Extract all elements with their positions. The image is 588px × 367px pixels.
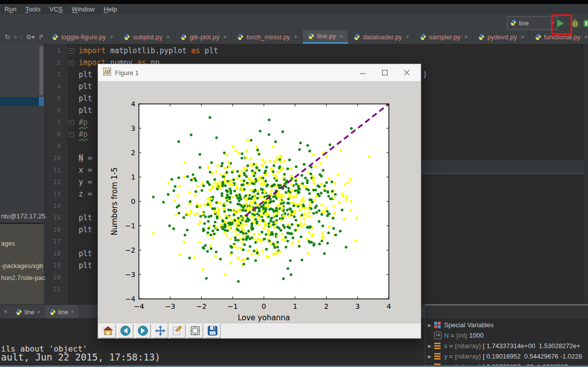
code-text: plt <box>76 212 92 224</box>
line-number: 17 <box>44 236 67 248</box>
line-number: 10 <box>44 152 67 164</box>
run-toolbar <box>0 14 588 30</box>
run-config-combo[interactable]: line ▼ <box>507 16 558 30</box>
code-text: import matplotlib.pyplot as plt <box>76 45 218 57</box>
close-icon[interactable]: × <box>166 34 169 40</box>
maximize-button[interactable] <box>374 64 396 81</box>
console-tab-line[interactable]: line× <box>45 305 79 319</box>
close-icon[interactable]: × <box>464 34 467 40</box>
figure-window[interactable]: Figure 1 −4−3−2−101234−4−3−2−101234Love … <box>98 64 421 339</box>
editor-tab-toggle-figure.py[interactable]: toggle-figure.py× <box>47 30 118 44</box>
variable-row[interactable]: ▶Special Variables <box>425 320 588 330</box>
expand-arrow-icon[interactable]: ▶ <box>425 354 434 359</box>
code-text: plt <box>76 224 92 236</box>
fold-gutter <box>67 236 76 248</box>
line-number: 21 <box>44 283 67 295</box>
fold-marker-icon[interactable]: – <box>67 57 76 69</box>
figure-window-title: Figure 1 <box>115 69 139 77</box>
code-text: plt <box>76 104 92 116</box>
close-icon[interactable]: × <box>37 309 40 315</box>
variable-row-y[interactable]: ▶y = {ndarray} [ 0.19016952 0.54429676 -… <box>425 351 588 362</box>
scroll-to-source-icon[interactable]: ↱ <box>38 33 44 41</box>
forward-button[interactable] <box>135 324 151 338</box>
python-icon <box>15 309 22 315</box>
minimize-button[interactable] <box>352 64 374 81</box>
svg-text:3: 3 <box>131 124 135 132</box>
svg-text:3: 3 <box>355 302 360 310</box>
python-icon <box>510 19 516 26</box>
close-button[interactable] <box>396 64 418 81</box>
edit-axis-button[interactable] <box>170 324 186 338</box>
editor-tab-pydevd.py[interactable]: pydevd.py× <box>473 30 530 44</box>
console-tab-line[interactable]: line× <box>11 305 45 319</box>
python-icon <box>180 34 187 40</box>
line-number: 5 <box>44 92 67 104</box>
refresh-icon[interactable]: ↻ <box>4 33 10 41</box>
editor-tab-line.py[interactable]: line.py× <box>303 30 349 44</box>
coverage-button-partial[interactable] <box>583 18 588 28</box>
svg-text:0: 0 <box>131 197 135 205</box>
code-text: plt <box>76 260 92 272</box>
console-path-fragment: hon2.7/site-pac <box>1 274 45 281</box>
menu-run[interactable]: Run <box>0 5 21 13</box>
close-icon[interactable]: × <box>521 34 524 40</box>
configure-subplots-button[interactable] <box>187 324 203 338</box>
close-icon[interactable]: × <box>406 34 409 40</box>
home-button[interactable] <box>100 324 116 338</box>
variable-row-N[interactable]: 18N = {int} 1000 <box>425 330 588 341</box>
left-panel-scrollbar[interactable] <box>39 46 43 95</box>
menu-tools[interactable]: Tools <box>21 5 45 13</box>
python-icon <box>52 34 58 40</box>
python-icon <box>237 34 243 40</box>
save-button[interactable] <box>205 324 221 338</box>
tab-label: toggle-figure.py <box>61 33 106 41</box>
close-icon[interactable]: × <box>224 34 227 40</box>
pan-button[interactable] <box>152 324 168 338</box>
close-icon[interactable]: × <box>585 34 588 40</box>
editor-tab-torch_minist.py[interactable]: torch_minist.py× <box>232 30 303 44</box>
close-icon[interactable]: × <box>0 305 11 319</box>
svg-text:2: 2 <box>131 149 135 157</box>
tab-label: line <box>24 308 34 316</box>
tab-label: line <box>58 308 68 316</box>
svg-text:0: 0 <box>262 302 266 310</box>
expand-arrow-icon[interactable]: ▶ <box>425 323 434 328</box>
editor-tab-subplot.py[interactable]: subplot.py× <box>118 30 175 44</box>
close-icon[interactable]: × <box>340 33 343 39</box>
line-number: 3 <box>44 69 67 81</box>
editor-tab-dataloader.py[interactable]: dataloader.py× <box>349 30 415 44</box>
tab-label: line.py <box>317 32 336 40</box>
fold-marker-icon[interactable]: – <box>67 116 76 128</box>
line-number: 4 <box>44 81 67 92</box>
gear-icon[interactable]: ⚙▾ <box>26 33 35 41</box>
variable-row-x[interactable]: ▶x = {ndarray} [ 1.74337314e+00 1.530282… <box>425 341 588 351</box>
editor-scrollbar[interactable] <box>584 44 588 304</box>
menu-vcs[interactable]: VCS <box>45 5 67 13</box>
python-icon <box>510 19 516 28</box>
pan-icon <box>155 325 166 336</box>
fold-marker-icon[interactable]: – <box>67 45 76 57</box>
menu-window[interactable]: Window <box>67 5 99 13</box>
code-line: 1–import matplotlib.pyplot as plt <box>44 45 542 57</box>
code-text <box>76 272 79 283</box>
console-footer-line: ault, Jun 22 2015, 17:58:13) <box>1 352 160 363</box>
figure-title-bar[interactable]: Figure 1 <box>98 64 421 81</box>
ndarray-icon <box>434 353 441 360</box>
expand-arrow-icon[interactable]: ▶ <box>425 344 434 349</box>
menu-help[interactable]: Help <box>99 5 121 13</box>
collapse-icon[interactable]: ÷ <box>13 33 17 41</box>
fold-marker-icon[interactable]: – <box>67 128 76 140</box>
left-panel-selected-row[interactable] <box>0 97 44 106</box>
editor-tab-sampler.py[interactable]: sampler.py× <box>415 30 473 44</box>
line-number: 11 <box>44 164 67 176</box>
back-button[interactable] <box>118 324 133 338</box>
code-text: #p <box>76 128 88 140</box>
code-text: plt <box>76 248 92 260</box>
variables-panel: ▶Special Variables18N = {int} 1000▶x = {… <box>425 304 588 367</box>
editor-tab-gtk-plot.py[interactable]: gtk-plot.py× <box>175 30 232 44</box>
special-variables-label: Special Variables <box>444 321 493 329</box>
close-icon[interactable]: × <box>71 309 74 315</box>
close-icon[interactable]: × <box>110 34 113 40</box>
fold-gutter <box>67 92 76 104</box>
close-icon[interactable]: × <box>294 34 297 40</box>
